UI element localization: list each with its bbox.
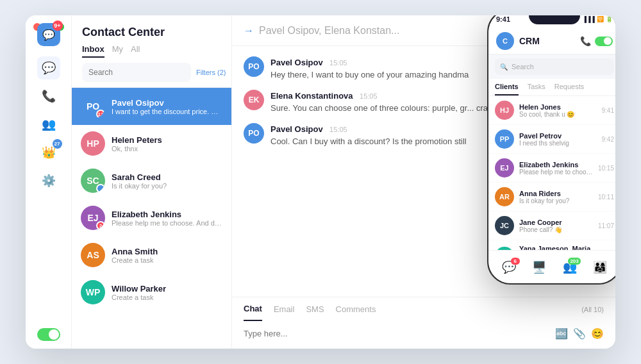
sidebar-icon-settings[interactable]: ⚙️ (37, 169, 60, 192)
sidebar-logo[interactable]: 💬 9+ (37, 23, 60, 46)
phone-tab-requests[interactable]: Requests (554, 79, 584, 95)
search-input[interactable] (82, 63, 191, 82)
phone-tab-tasks[interactable]: Tasks (528, 79, 545, 95)
phone-contact-preview-elizabeth2: Please help me to choose. And do you del… (519, 169, 593, 176)
sidebar: 💬 9+ 💬 📞 👥 👑 27 ⚙️ (26, 15, 72, 349)
contact-name-elizabeth: Elizabeth Jenkins (112, 210, 222, 219)
phone-search-bar[interactable]: 🔍 Search (495, 58, 614, 75)
attach-icon[interactable]: 📎 (573, 327, 586, 340)
badge-sarah (96, 184, 105, 193)
chat-tab-comments[interactable]: Comments (336, 298, 376, 320)
contact-preview-helen: Ok, thnx (112, 145, 222, 153)
sidebar-icon-chat[interactable]: 💬 (37, 56, 60, 79)
phone-contact-yana[interactable]: YJ Yana Jameson, Maria Salvarez Hi, can … (488, 240, 615, 250)
phone-avatar-anna2: AR (495, 187, 514, 206)
phone-bottom-users[interactable]: 👥 203 (563, 260, 577, 274)
contact-info-willow: Willow Parker Create a task (112, 284, 222, 301)
phone-contact-info-pavel: Pavel Petrov I need ths shelvig (519, 132, 597, 147)
sidebar-icon-phone[interactable]: 📞 (37, 85, 60, 108)
badge-pavel: 12 (96, 110, 105, 119)
msg-text-3: Cool. Can I buy with a discount? Is the … (271, 136, 467, 147)
chat-tab-sms[interactable]: SMS (306, 298, 324, 320)
phone-contact-elizabeth[interactable]: EJ Elizabeth Jenkins Please help me to c… (488, 154, 615, 183)
phone-contact-time-elizabeth2: 10:15 (598, 165, 614, 172)
translate-icon[interactable]: 🔤 (555, 327, 568, 340)
contact-items: PO 12 Pavel Osipov I want to get the dis… (72, 88, 231, 349)
msg-content-1: Pavel Osipov 15:05 Hey there, I want to … (271, 56, 469, 81)
contact-preview-pavel: I want to get the discount price. When d… (112, 108, 222, 115)
phone-time: 9:41 (496, 15, 510, 23)
chat-primary-name: Pavel Osipov (259, 25, 319, 36)
contact-preview-anna: Create a task (112, 256, 222, 264)
contact-name-sarah: Sarah Creed (112, 172, 222, 182)
tab-inbox[interactable]: Inbox (82, 44, 104, 58)
wifi-icon: 🛜 (597, 16, 604, 22)
contact-item-willow[interactable]: WP Willow Parker Create a task (72, 274, 231, 311)
phone-search-placeholder: Search (512, 63, 534, 70)
tab-my[interactable]: My (112, 44, 123, 58)
contact-info-sarah: Sarah Creed Is it okay for you? (112, 172, 222, 190)
badge-elizabeth: 2 (96, 221, 105, 230)
phone-bottom-screen[interactable]: 🖥️ (532, 260, 546, 274)
contact-info-helen: Helen Peters Ok, thnx (112, 135, 222, 153)
contact-preview-elizabeth: Please help me to choose. And do you del… (112, 219, 222, 227)
phone-bottom-bar: 💬 6 🖥️ 👥 203 👨‍👩‍👧 (488, 250, 615, 283)
phone-status-icons: ▐▐▐ 🛜 🔋 (583, 16, 613, 22)
emoji-icon[interactable]: 😊 (591, 327, 604, 340)
signal-icon: ▐▐▐ (583, 16, 595, 22)
sidebar-icon-crown[interactable]: 👑 27 (37, 141, 60, 164)
chat-input-icons: 🔤 📎 😊 (555, 327, 604, 340)
msg-sender-1: Pavel Osipov (271, 58, 323, 67)
phone-bottom-group[interactable]: 👨‍👩‍👧 (593, 260, 607, 274)
phone-call-icon[interactable]: 📞 (580, 36, 591, 46)
contact-info-pavel: Pavel Osipov I want to get the discount … (112, 98, 222, 115)
phone-contact-jane[interactable]: JC Jane Cooper Phone call? 👋 11:07 (488, 211, 615, 240)
phone-toggle[interactable] (595, 37, 613, 46)
phone-contact-time-helen: 9:41 (602, 107, 614, 114)
msg-text-1: Hey there, I want to buy one of your ama… (271, 69, 469, 81)
chat-arrow-icon: → (244, 25, 254, 37)
msg-time-3: 15:05 (329, 126, 347, 133)
battery-icon: 🔋 (606, 16, 613, 22)
chat-tab-email[interactable]: Email (274, 298, 295, 320)
phone-contact-info-yana: Yana Jameson, Maria Salvarez Hi, can you… (519, 245, 593, 250)
contact-list-header: Contact Center Inbox My All Filters (2) (72, 15, 231, 88)
phone-tabs: Clients Tasks Requests (488, 79, 615, 96)
phone-contact-list: HJ Helen Jones So cool, thank u 😊 9:41 P… (488, 96, 615, 250)
phone-mockup: 9:41 ▐▐▐ 🛜 🔋 C CRM 📞 🔍 Search (487, 15, 615, 285)
sidebar-toggle[interactable] (37, 328, 60, 341)
app-container: 💬 9+ 💬 📞 👥 👑 27 ⚙️ Contact Center Inbox … (26, 15, 615, 349)
phone-contact-name-anna2: Anna Riders (519, 190, 593, 197)
contact-name-helen: Helen Peters (112, 135, 222, 145)
msg-time-2: 15:05 (360, 92, 378, 100)
phone-contact-pavel[interactable]: PP Pavel Petrov I need ths shelvig 9:42 (488, 125, 615, 154)
phone-contact-helen[interactable]: HJ Helen Jones So cool, thank u 😊 9:41 (488, 96, 615, 125)
avatar-helen: HP (81, 131, 105, 156)
contact-item-elizabeth[interactable]: EJ 2 Elizabeth Jenkins Please help me to… (72, 199, 231, 236)
phone-contact-anna[interactable]: AR Anna Riders Is it okay for you? 10:11 (488, 183, 615, 211)
chat-tab-chat[interactable]: Chat (244, 297, 262, 321)
sidebar-icon-users[interactable]: 👥 (37, 113, 60, 136)
phone-contact-time-pavel: 9:42 (602, 136, 614, 143)
msg-avatar-1: PO (244, 56, 264, 77)
phone-avatar-pavel: PP (495, 129, 514, 149)
contact-item-anna[interactable]: AS Anna Smith Create a task (72, 236, 231, 274)
tab-all[interactable]: All (131, 44, 140, 58)
phone-search-icon: 🔍 (500, 63, 508, 70)
chat-input[interactable] (244, 329, 549, 338)
phone-bottom-chat[interactable]: 💬 6 (502, 260, 516, 274)
contact-name-pavel: Pavel Osipov (112, 98, 222, 108)
msg-sender-2: Elena Konstantinova (271, 91, 353, 101)
phone-header-right: 📞 (580, 36, 613, 46)
sidebar-badge: 9+ (53, 21, 63, 31)
phone-tab-clients[interactable]: Clients (495, 79, 519, 95)
phone-notch (529, 15, 580, 24)
contact-item-sarah[interactable]: SC Sarah Creed Is it okay for you? (72, 162, 231, 199)
avatar-willow: WP (81, 280, 105, 304)
avatar-elizabeth: EJ 2 (81, 206, 105, 230)
contact-list: Contact Center Inbox My All Filters (2) … (72, 15, 232, 349)
contact-name-willow: Willow Parker (112, 284, 222, 294)
contact-item-pavel[interactable]: PO 12 Pavel Osipov I want to get the dis… (72, 88, 231, 125)
filter-badge[interactable]: Filters (2) (196, 69, 226, 76)
contact-item-helen[interactable]: HP Helen Peters Ok, thnx (72, 125, 231, 162)
